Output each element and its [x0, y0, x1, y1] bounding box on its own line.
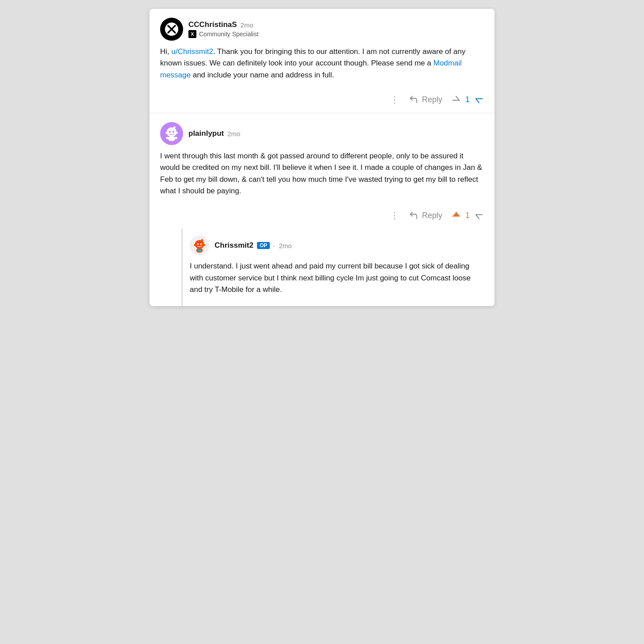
upvote-button-cc[interactable]: [451, 95, 461, 104]
comment-header-plainly: plainlyput 2mo: [160, 122, 484, 145]
user-info-cc: CCChristinaS 2mo X Community Specialist: [188, 20, 259, 38]
downvote-button-cc[interactable]: [474, 95, 484, 104]
username-row-plainly: plainlyput 2mo: [188, 129, 240, 138]
user-info-chrissmit: Chrissmit2 OP · 2mo: [215, 241, 292, 250]
more-options-button[interactable]: ⋮: [390, 94, 400, 105]
reddit-alien-icon: [164, 126, 180, 142]
svg-point-4: [169, 131, 171, 133]
comment-body-plainly: I went through this last month & got pas…: [160, 150, 484, 197]
username-cc: CCChristinaS: [188, 20, 237, 29]
role-icon-x: X: [188, 30, 196, 38]
comment-actions-cc: ⋮ Reply 1: [160, 88, 484, 113]
username-chrissmit: Chrissmit2: [215, 241, 253, 250]
vote-count-plainly: 1: [465, 211, 470, 220]
comment-plainlyput: plainlyput 2mo I went through this last …: [150, 113, 494, 306]
reply-icon: [409, 95, 418, 104]
reply-header-chrissmit: Chrissmit2 OP · 2mo: [190, 236, 484, 255]
reply-button-cc[interactable]: Reply: [409, 95, 442, 104]
username-row: CCChristinaS 2mo: [188, 20, 259, 29]
vote-row-plainly: 1: [451, 211, 484, 220]
username-row-chrissmit: Chrissmit2 OP · 2mo: [215, 241, 292, 250]
svg-point-16: [194, 244, 196, 246]
svg-point-19: [198, 249, 202, 252]
reddit-alien-small-icon: [193, 238, 206, 253]
svg-point-8: [168, 136, 175, 141]
vote-row-cc: 1: [451, 95, 484, 104]
reply-label-cc: Reply: [422, 95, 442, 104]
downvote-button-plainly[interactable]: [474, 211, 484, 220]
reply-body-chrissmit: I understand. I just went ahead and paid…: [190, 261, 484, 295]
xfinity-logo-icon: [165, 22, 179, 36]
nested-reply-chrissmit: Chrissmit2 OP · 2mo I understand. I just…: [181, 229, 484, 306]
comment-actions-plainly: ⋮ Reply 1: [160, 204, 484, 229]
reply-button-plainly[interactable]: Reply: [409, 211, 442, 220]
timestamp-plainly: 2mo: [227, 130, 240, 138]
reply-icon-plainly: [409, 211, 418, 220]
avatar-plainlyput: [160, 122, 183, 145]
svg-point-7: [176, 132, 178, 134]
timestamp-chrissmit: 2mo: [279, 242, 291, 249]
svg-point-11: [195, 240, 204, 249]
op-badge: OP: [257, 242, 270, 249]
timestamp-cc: 2mo: [241, 21, 253, 29]
upvote-button-plainly[interactable]: [451, 211, 461, 220]
avatar-chrissmit: [190, 236, 209, 255]
reply-label-plainly: Reply: [422, 211, 442, 220]
svg-point-14: [197, 243, 199, 245]
role-label-cc: Community Specialist: [199, 31, 259, 38]
comment-header: CCChristinaS 2mo X Community Specialist: [160, 18, 484, 41]
link-user-chrissmit2[interactable]: u/Chrissmit2: [172, 47, 213, 56]
reply-block-chrissmit: Chrissmit2 OP · 2mo I understand. I just…: [190, 229, 484, 306]
link-modmail[interactable]: Modmail message: [160, 59, 462, 79]
svg-point-17: [203, 244, 205, 246]
comment-ccchristinas: CCChristinaS 2mo X Community Specialist …: [150, 9, 494, 113]
comment-body-cc: Hi, u/Chrissmit2. Thank you for bringing…: [160, 46, 484, 81]
role-row: X Community Specialist: [188, 30, 259, 38]
comments-container: CCChristinaS 2mo X Community Specialist …: [150, 9, 494, 306]
username-plainly: plainlyput: [188, 129, 224, 138]
svg-point-15: [200, 243, 202, 245]
svg-point-5: [172, 131, 174, 133]
user-info-plainly: plainlyput 2mo: [188, 129, 240, 138]
svg-point-1: [167, 127, 177, 137]
vote-count-cc: 1: [465, 95, 470, 104]
more-options-button-plainly[interactable]: ⋮: [390, 210, 400, 221]
avatar-xfinity: [160, 18, 183, 41]
svg-point-6: [165, 132, 168, 134]
